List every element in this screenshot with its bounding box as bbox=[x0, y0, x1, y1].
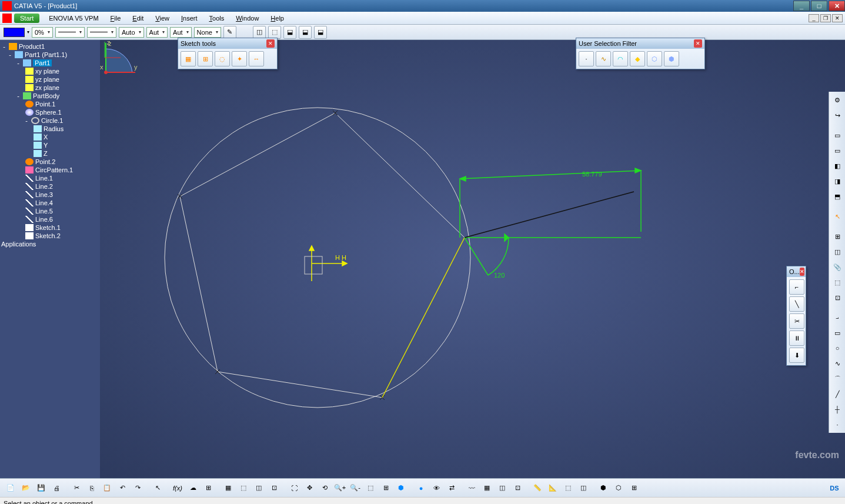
tool-r8[interactable]: 📎 bbox=[830, 260, 844, 274]
close-icon[interactable]: ✕ bbox=[800, 268, 804, 276]
paste-icon[interactable]: 📋 bbox=[100, 481, 114, 495]
tree-circle1[interactable]: -Circle.1 bbox=[1, 116, 99, 125]
tool-b1[interactable]: ⊞ bbox=[201, 481, 215, 495]
rotate-icon[interactable]: ⟲ bbox=[318, 481, 332, 495]
tree-zx-plane[interactable]: zx plane bbox=[1, 84, 99, 92]
tool-btn-4[interactable]: ⬓ bbox=[299, 26, 312, 39]
curve-filter-icon[interactable]: ∿ bbox=[596, 51, 611, 66]
close-icon[interactable]: ✕ bbox=[266, 39, 275, 48]
tree-applications[interactable]: Applications bbox=[1, 240, 99, 248]
tool-r1[interactable]: ▭ bbox=[830, 128, 844, 142]
pointer-icon[interactable]: ↖ bbox=[151, 481, 165, 495]
tool-r10[interactable]: ⊡ bbox=[830, 291, 844, 305]
open-icon[interactable]: 📂 bbox=[19, 481, 33, 495]
point-tool-icon[interactable]: · bbox=[830, 418, 844, 432]
tool-r4[interactable]: ◨ bbox=[830, 174, 844, 188]
corner-icon[interactable]: ⌐ bbox=[789, 279, 804, 295]
start-menu[interactable]: Start bbox=[14, 14, 39, 23]
menu-enovia[interactable]: ENOVIA V5 VPM bbox=[43, 13, 104, 24]
tool-b13[interactable]: ⊡ bbox=[510, 481, 525, 495]
zoom-out-icon[interactable]: 🔍- bbox=[348, 481, 362, 495]
chamfer-icon[interactable]: ╲ bbox=[789, 296, 804, 312]
user-selection-filter-toolbar[interactable]: User Selection Filter✕ · ∿ ◠ ◆ ⬡ ⬢ bbox=[576, 38, 705, 69]
tool-r2[interactable]: ▭ bbox=[830, 143, 844, 158]
new-icon[interactable]: 📄 bbox=[4, 481, 18, 495]
exit-sketch-icon[interactable]: ↪ bbox=[830, 108, 844, 122]
grid-icon[interactable]: ▦ bbox=[181, 51, 196, 66]
color-swatch[interactable] bbox=[4, 28, 25, 37]
tool-r3[interactable]: ◧ bbox=[830, 159, 844, 173]
pan-icon[interactable]: ✥ bbox=[302, 481, 316, 495]
menu-view[interactable]: View bbox=[149, 13, 175, 24]
tree-yz-plane[interactable]: yz plane bbox=[1, 75, 99, 84]
formula-icon[interactable]: f(x) bbox=[171, 481, 185, 495]
tool-r9[interactable]: ⬚ bbox=[830, 275, 844, 289]
normal-view-icon[interactable]: ⬚ bbox=[363, 481, 378, 495]
tree-x[interactable]: X bbox=[1, 133, 99, 141]
measure-icon[interactable]: 📏 bbox=[530, 481, 545, 495]
tool-b10[interactable]: 〰 bbox=[465, 481, 479, 495]
tool-btn-2[interactable]: ⬚ bbox=[268, 26, 281, 39]
sketch-tools-toolbar[interactable]: Sketch tools✕ ▦ ⊞ ◌ ✦ ↔ bbox=[178, 38, 278, 69]
snap-icon[interactable]: ⊞ bbox=[198, 51, 213, 66]
point-filter-icon[interactable]: · bbox=[579, 51, 594, 66]
select-arrow-icon[interactable]: ↖ bbox=[830, 209, 844, 223]
minimize-button[interactable]: _ bbox=[793, 1, 810, 11]
tree-part-instance[interactable]: -Part1 (Part1.1) bbox=[1, 51, 99, 59]
tree-y[interactable]: Y bbox=[1, 141, 99, 149]
tree-root[interactable]: -Product1 bbox=[1, 42, 99, 51]
tree-z[interactable]: Z bbox=[1, 149, 99, 158]
tree-sphere1[interactable]: Sphere.1 bbox=[1, 108, 99, 116]
profile-icon[interactable]: ⨼ bbox=[830, 311, 844, 325]
tree-sketch2[interactable]: Sketch.2 bbox=[1, 232, 99, 240]
tool-btn-5[interactable]: ⬓ bbox=[314, 26, 327, 39]
circle-icon[interactable]: ○ bbox=[830, 341, 844, 355]
tree-circpattern[interactable]: CircPattern.1 bbox=[1, 166, 99, 174]
dim-constraint-icon[interactable]: ↔ bbox=[249, 51, 264, 66]
undo-icon[interactable]: ↶ bbox=[115, 481, 129, 495]
arc-icon[interactable]: ⌒ bbox=[830, 372, 844, 386]
tree-line1[interactable]: Line.1 bbox=[1, 174, 99, 182]
tool-b3[interactable]: ⬚ bbox=[236, 481, 251, 495]
close-button[interactable]: ✕ bbox=[829, 1, 845, 11]
tool-r5[interactable]: ⬒ bbox=[830, 189, 844, 203]
zoom-in-icon[interactable]: 🔍+ bbox=[333, 481, 347, 495]
spec-tree[interactable]: -Product1 -Part1 (Part1.1) -Part1 xy pla… bbox=[0, 40, 100, 478]
axis-tool-icon[interactable]: ┼ bbox=[830, 402, 844, 416]
tree-partbody[interactable]: -PartBody bbox=[1, 92, 99, 100]
save-icon[interactable]: 💾 bbox=[34, 481, 48, 495]
linestyle-dropdown[interactable] bbox=[87, 27, 116, 38]
menu-edit[interactable]: Edit bbox=[126, 13, 149, 24]
multi-view-icon[interactable]: ⊞ bbox=[379, 481, 393, 495]
rectangle-icon[interactable]: ▭ bbox=[830, 326, 844, 340]
tree-point1[interactable]: Point.1 bbox=[1, 100, 99, 108]
tool-r6[interactable]: ⊞ bbox=[830, 229, 844, 243]
tree-part[interactable]: -Part1 bbox=[1, 59, 99, 67]
opacity-dropdown[interactable]: 0% bbox=[32, 27, 53, 38]
tree-sketch1[interactable]: Sketch.1 bbox=[1, 223, 99, 232]
mirror-icon[interactable]: ⏸ bbox=[789, 331, 804, 346]
tool-b14[interactable]: ⬚ bbox=[561, 481, 575, 495]
feature2-filter-icon[interactable]: ⬢ bbox=[664, 51, 679, 66]
shading-icon[interactable]: ● bbox=[414, 481, 428, 495]
measure2-icon[interactable]: 📐 bbox=[546, 481, 560, 495]
menu-insert[interactable]: Insert bbox=[175, 13, 203, 24]
operation-toolbar[interactable]: O...✕ ⌐ ╲ ✂ ⏸ ⬇ bbox=[786, 266, 806, 366]
project-icon[interactable]: ⬇ bbox=[789, 348, 804, 363]
menu-file[interactable]: File bbox=[105, 13, 127, 24]
sketch-canvas[interactable]: H H 58.779 120 bbox=[100, 40, 829, 478]
tool-btn-3[interactable]: ⬓ bbox=[283, 26, 296, 39]
tree-line3[interactable]: Line.3 bbox=[1, 191, 99, 199]
close-icon[interactable]: ✕ bbox=[694, 39, 702, 48]
tree-radius[interactable]: Radius bbox=[1, 125, 99, 133]
tree-line5[interactable]: Line.5 bbox=[1, 207, 99, 215]
tool-r7[interactable]: ◫ bbox=[830, 245, 844, 259]
tree-line2[interactable]: Line.2 bbox=[1, 182, 99, 191]
trim-icon[interactable]: ✂ bbox=[789, 313, 804, 329]
spline-icon[interactable]: ∿ bbox=[830, 356, 844, 371]
print-icon[interactable]: 🖨 bbox=[49, 481, 64, 495]
line2-icon[interactable]: ╱ bbox=[830, 387, 844, 401]
hide-show-icon[interactable]: 👁 bbox=[429, 481, 443, 495]
tool-b4[interactable]: ◫ bbox=[252, 481, 266, 495]
iso-view-icon[interactable]: ⬢ bbox=[394, 481, 408, 495]
